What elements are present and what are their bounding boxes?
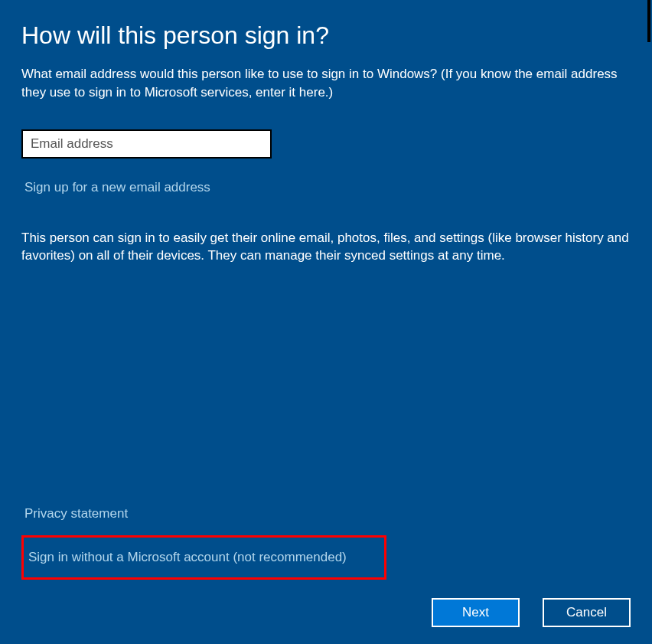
description-text: This person can sign in to easily get th…: [21, 229, 631, 266]
email-input[interactable]: [21, 129, 272, 159]
highlight-annotation: Sign in without a Microsoft account (not…: [21, 535, 386, 580]
privacy-statement-link[interactable]: Privacy statement: [24, 506, 128, 521]
signup-email-link[interactable]: Sign up for a new email address: [24, 180, 210, 195]
scrollbar-thumb[interactable]: [647, 0, 650, 42]
bottom-area: Privacy statement Sign in without a Micr…: [21, 506, 631, 627]
cancel-button[interactable]: Cancel: [543, 598, 631, 627]
page-title: How will this person sign in?: [21, 21, 631, 50]
next-button[interactable]: Next: [432, 598, 520, 627]
sign-in-without-account-link[interactable]: Sign in without a Microsoft account (not…: [28, 550, 347, 565]
subtitle-text: What email address would this person lik…: [21, 65, 631, 102]
scrollbar-track[interactable]: [646, 0, 652, 644]
button-row: Next Cancel: [21, 598, 631, 627]
